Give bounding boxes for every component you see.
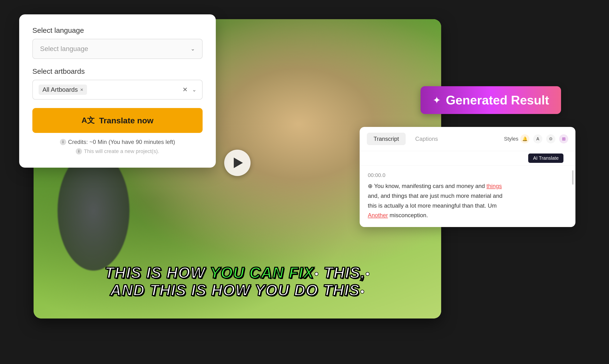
transcript-header-right: Styles 🔔 A ⚙ ⊞ xyxy=(504,134,568,143)
content-line4: misconception. xyxy=(390,212,428,218)
transcript-panel: Transcript Captions Styles 🔔 A ⚙ ⊞ AI Tr… xyxy=(360,127,575,227)
timestamp: 00:00.0 xyxy=(368,172,567,178)
subtitle-text: THIS IS HOW YOU CAN FIX THIS, AND THIS I… xyxy=(54,264,421,299)
tab-captions[interactable]: Captions xyxy=(409,133,445,145)
tab-transcript[interactable]: Transcript xyxy=(367,133,406,145)
new-project-note: i This will create a new project(s). xyxy=(32,148,203,155)
artboard-tag-label: All Artboards xyxy=(42,86,78,93)
translate-ab-icon: A文 xyxy=(82,115,95,126)
clear-artboards-icon[interactable]: ✕ xyxy=(182,86,188,93)
all-artboards-tag: All Artboards × xyxy=(39,85,87,95)
main-container: THIS IS HOW YOU CAN FIX THIS, AND THIS I… xyxy=(0,0,609,364)
language-placeholder: Select language xyxy=(40,45,88,53)
ai-translate-bar: AI Translate xyxy=(360,151,575,166)
subtitle-line1: THIS IS HOW YOU CAN FIX THIS, xyxy=(105,264,370,281)
grid-icon[interactable]: ⊞ xyxy=(559,134,568,143)
chevron-down-icon: ⌄ xyxy=(191,46,195,52)
translate-button[interactable]: A文 Translate now xyxy=(32,108,203,133)
credits-info-icon: i xyxy=(60,139,66,145)
content-line3: this is actually a lot more meaningful t… xyxy=(368,202,497,209)
another-link[interactable]: Another xyxy=(368,212,388,218)
things-link[interactable]: things xyxy=(486,183,502,189)
subtitle-line2: AND THIS IS HOW YOU DO THIS xyxy=(110,282,360,299)
artboards-section: Select artboards All Artboards × ✕ ⌄ xyxy=(32,67,203,100)
subtitle-dot-3 xyxy=(360,290,364,294)
artboards-chevron-icon: ⌄ xyxy=(192,87,196,93)
credits-row: i Credits: ~0 Min (You have 90 minutes l… xyxy=(32,139,203,145)
subtitle-container: THIS IS HOW YOU CAN FIX THIS, AND THIS I… xyxy=(54,264,421,299)
language-panel: Select language Select language ⌄ Select… xyxy=(19,14,216,168)
subtitle-dot-1 xyxy=(315,272,318,276)
bell-icon: 🔔 xyxy=(520,134,529,143)
artboards-right-controls: ✕ ⌄ xyxy=(182,86,196,93)
generated-result-label: Generated Result xyxy=(446,93,549,107)
stack-icon: ⊕ xyxy=(368,183,374,189)
artboards-dropdown[interactable]: All Artboards × ✕ ⌄ xyxy=(32,80,203,100)
styles-button[interactable]: Styles 🔔 xyxy=(504,134,529,143)
transcript-body: 00:00.0 ⊕ You know, manifesting cars and… xyxy=(360,166,575,227)
select-language-label: Select language xyxy=(32,26,203,35)
language-dropdown[interactable]: Select language ⌄ xyxy=(32,39,203,59)
content-line1-start: You know, manifesting cars and money and xyxy=(374,183,486,189)
scrollbar[interactable] xyxy=(572,170,573,185)
play-icon xyxy=(234,157,243,168)
transcript-content: ⊕ You know, manifesting cars and money a… xyxy=(368,181,567,220)
new-project-text: This will create a new project(s). xyxy=(84,148,159,155)
select-artboards-label: Select artboards xyxy=(32,67,203,76)
credits-text: Credits: ~0 Min (You have 90 minutes lef… xyxy=(68,139,175,145)
ai-translate-badge: AI Translate xyxy=(528,154,563,163)
gear-icon[interactable]: ⚙ xyxy=(546,134,555,143)
sparkle-icon: ✦ xyxy=(432,94,441,106)
styles-label: Styles xyxy=(504,136,518,142)
microphone-image xyxy=(57,151,129,271)
transcript-header: Transcript Captions Styles 🔔 A ⚙ ⊞ xyxy=(360,127,575,151)
remove-artboard-tag-icon[interactable]: × xyxy=(80,87,83,93)
translate-button-label: Translate now xyxy=(99,116,153,125)
content-line2: and, and things that are just much more … xyxy=(368,193,502,199)
new-project-info-icon: i xyxy=(76,148,82,155)
play-button[interactable] xyxy=(224,150,250,176)
translate-lang-icon[interactable]: A xyxy=(533,134,542,143)
generated-result-badge[interactable]: ✦ Generated Result xyxy=(421,86,561,114)
subtitle-dot-2 xyxy=(366,272,370,276)
